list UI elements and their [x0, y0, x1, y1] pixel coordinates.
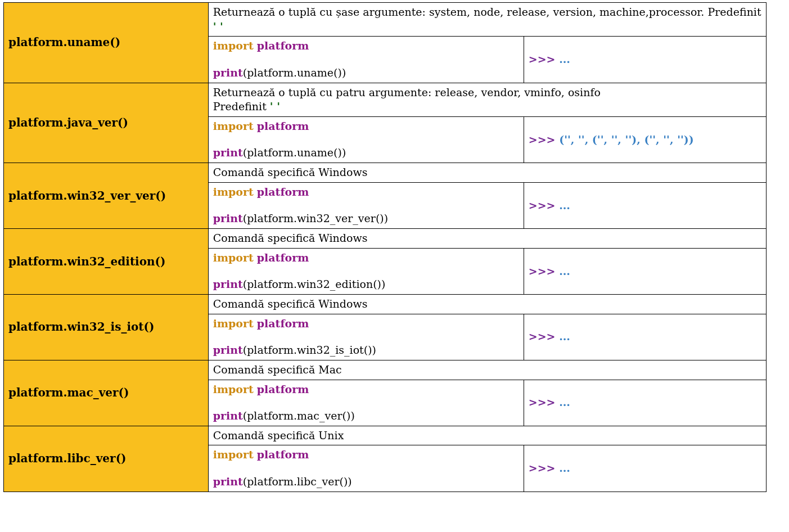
- description-cell: Comandă specifică Unix: [208, 426, 766, 445]
- output-cell: >>> ('', '', ('', '', ''), ('', '', '')): [524, 116, 766, 163]
- function-name-cell: platform.win32_edition(): [4, 229, 209, 295]
- code-call-args: (platform.win32_ver_ver()): [243, 212, 388, 224]
- description-text: Predefinit: [213, 100, 270, 112]
- output-cell: >>> ...: [524, 380, 766, 426]
- page-root: platform.uname()Returnează o tuplă cu șa…: [0, 0, 789, 503]
- code-line: import platform: [213, 39, 519, 53]
- keyword-print: print: [213, 278, 243, 290]
- function-name-cell: platform.win32_ver_ver(): [4, 163, 209, 229]
- code-cell: import platformprint(platform.mac_ver()): [208, 380, 524, 426]
- code-blank-line: [213, 133, 519, 146]
- code-line: import platform: [213, 317, 519, 331]
- code-line: print(platform.win32_edition()): [213, 277, 519, 292]
- keyword-print: print: [213, 344, 243, 356]
- keyword-import: import: [213, 120, 254, 132]
- code-call-args: (platform.uname()): [243, 146, 346, 159]
- code-cell: import platformprint(platform.win32_is_i…: [208, 314, 524, 360]
- description-text: Comandă specifică Windows: [213, 232, 368, 244]
- repl-output-value: ...: [559, 265, 570, 277]
- repl-prompt: >>>: [529, 265, 559, 277]
- code-line: print(platform.win32_is_iot()): [213, 343, 519, 358]
- description-cell: Comandă specifică Windows: [208, 163, 766, 183]
- table-row: platform.win32_ver_ver()Comandă specific…: [4, 163, 767, 183]
- keyword-module: platform: [257, 186, 309, 198]
- code-line: print(platform.uname()): [213, 146, 519, 160]
- code-line: print(platform.uname()): [213, 66, 519, 80]
- function-name-cell: platform.java_ver(): [4, 83, 209, 163]
- keyword-module: platform: [257, 317, 309, 330]
- code-line: import platform: [213, 119, 519, 134]
- code-cell: import platformprint(platform.uname()): [208, 116, 524, 163]
- predef-token: ' ': [213, 20, 223, 33]
- code-blank-line: [213, 199, 519, 211]
- description-text: Returnează o tuplă cu șase argumente: sy…: [213, 6, 761, 18]
- code-cell: import platformprint(platform.win32_ver_…: [208, 182, 524, 228]
- keyword-import: import: [213, 383, 254, 395]
- code-cell: import platformprint(platform.win32_edit…: [208, 248, 524, 294]
- keyword-print: print: [213, 146, 243, 159]
- output-cell: >>> ...: [524, 314, 766, 360]
- table-row: platform.win32_is_iot()Comandă specifică…: [4, 294, 767, 314]
- description-text: Comandă specifică Windows: [213, 297, 368, 310]
- output-cell: >>> ...: [524, 182, 766, 228]
- code-blank-line: [213, 462, 519, 475]
- code-cell: import platformprint(platform.uname()): [208, 37, 524, 83]
- description-text: Comandă specifică Mac: [213, 363, 342, 376]
- code-line: print(platform.mac_ver()): [213, 409, 519, 423]
- repl-prompt: >>>: [529, 330, 559, 342]
- description-cell: Comandă specifică Windows: [208, 294, 766, 314]
- description-text: Returnează o tuplă cu patru argumente: r…: [213, 86, 601, 98]
- code-blank-line: [213, 396, 519, 409]
- function-name-cell: platform.win32_is_iot(): [4, 294, 209, 360]
- keyword-print: print: [213, 212, 243, 224]
- repl-output-value: ...: [559, 462, 570, 474]
- description-cell: Returnează o tuplă cu șase argumente: sy…: [208, 3, 766, 37]
- table-row: platform.libc_ver()Comandă specifică Uni…: [4, 426, 767, 445]
- description-cell: Comandă specifică Windows: [208, 229, 766, 249]
- keyword-module: platform: [257, 39, 309, 52]
- keyword-import: import: [213, 251, 254, 264]
- table-row: platform.uname()Returnează o tuplă cu șa…: [4, 3, 767, 37]
- predef-token: ' ': [270, 100, 280, 112]
- table-row: platform.win32_edition()Comandă specific…: [4, 229, 767, 249]
- keyword-import: import: [213, 317, 254, 330]
- output-cell: >>> ...: [524, 37, 766, 83]
- code-blank-line: [213, 331, 519, 343]
- repl-prompt: >>>: [529, 133, 559, 146]
- repl-prompt: >>>: [529, 396, 559, 408]
- code-call-args: (platform.win32_edition()): [243, 278, 386, 290]
- keyword-module: platform: [257, 120, 309, 132]
- repl-output-value: ...: [559, 53, 570, 65]
- reference-table: platform.uname()Returnează o tuplă cu șa…: [3, 2, 767, 492]
- code-blank-line: [213, 265, 519, 277]
- function-name-cell: platform.libc_ver(): [4, 426, 209, 492]
- repl-output-value: ('', '', ('', '', ''), ('', '', '')): [559, 133, 694, 146]
- function-name-cell: platform.mac_ver(): [4, 360, 209, 426]
- code-blank-line: [213, 53, 519, 66]
- code-line: import platform: [213, 382, 519, 397]
- code-line: import platform: [213, 448, 519, 462]
- code-call-args: (platform.libc_ver()): [243, 475, 352, 488]
- code-line: print(platform.libc_ver()): [213, 475, 519, 489]
- keyword-import: import: [213, 186, 254, 198]
- code-line: import platform: [213, 185, 519, 200]
- repl-output-value: ...: [559, 330, 570, 342]
- code-call-args: (platform.uname()): [243, 66, 346, 79]
- description-cell: Comandă specifică Mac: [208, 360, 766, 380]
- description-text: Comandă specifică Windows: [213, 166, 368, 178]
- repl-output-value: ...: [559, 199, 570, 211]
- keyword-module: platform: [257, 251, 309, 264]
- keyword-module: platform: [257, 448, 309, 461]
- repl-prompt: >>>: [529, 199, 559, 211]
- keyword-module: platform: [257, 383, 309, 395]
- description-cell: Returnează o tuplă cu patru argumente: r…: [208, 83, 766, 116]
- repl-output-value: ...: [559, 396, 570, 408]
- function-name-cell: platform.uname(): [4, 3, 209, 83]
- code-line: print(platform.win32_ver_ver()): [213, 211, 519, 226]
- repl-prompt: >>>: [529, 462, 559, 474]
- table-row: platform.java_ver()Returnează o tuplă cu…: [4, 83, 767, 116]
- code-call-args: (platform.win32_is_iot()): [243, 344, 376, 356]
- keyword-import: import: [213, 39, 254, 52]
- keyword-print: print: [213, 409, 243, 422]
- code-call-args: (platform.mac_ver()): [243, 409, 355, 422]
